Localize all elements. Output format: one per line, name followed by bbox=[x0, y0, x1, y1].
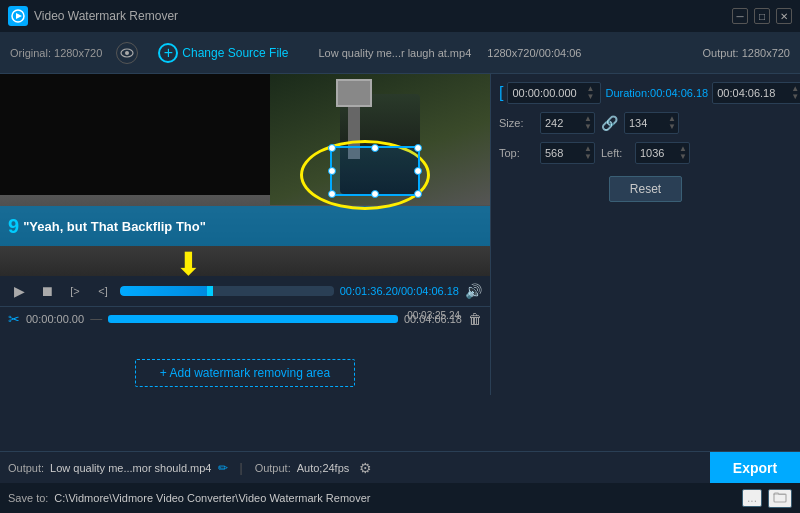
output-resolution-label: Output: 1280x720 bbox=[703, 47, 790, 59]
eye-icon[interactable] bbox=[116, 42, 138, 64]
svg-rect-4 bbox=[774, 494, 786, 502]
stop-button[interactable]: ⏹ bbox=[36, 280, 58, 302]
timeline-fill bbox=[120, 286, 210, 296]
width-spinners: ▲ ▼ bbox=[582, 115, 594, 131]
duration-label: Duration:00:04:06.18 bbox=[605, 87, 708, 99]
top-down[interactable]: ▼ bbox=[582, 153, 594, 161]
left-spinners: ▲ ▼ bbox=[677, 145, 689, 161]
gear-icon[interactable]: ⚙ bbox=[359, 460, 372, 476]
change-source-button[interactable]: + Change Source File bbox=[158, 43, 288, 63]
plus-circle-icon: + bbox=[158, 43, 178, 63]
handle-mid-right[interactable] bbox=[414, 167, 422, 175]
right-panel: [ ▲ ▼ Duration:00:04:06.18 ▲ ▼ ] bbox=[490, 74, 800, 395]
timeline-thumb[interactable] bbox=[207, 286, 213, 296]
output-settings-label: Output: bbox=[255, 462, 291, 474]
handle-top-left[interactable] bbox=[328, 144, 336, 152]
edit-icon[interactable]: ✏ bbox=[218, 461, 228, 475]
width-input[interactable] bbox=[545, 117, 580, 129]
clip-separator: — bbox=[90, 312, 102, 326]
trash-icon[interactable]: 🗑 bbox=[468, 311, 482, 327]
clip-end-button[interactable]: <] bbox=[92, 280, 114, 302]
window-controls: ─ □ ✕ bbox=[732, 8, 792, 24]
height-input-group: ▲ ▼ bbox=[624, 112, 679, 134]
handle-top-mid[interactable] bbox=[371, 144, 379, 152]
width-down[interactable]: ▼ bbox=[582, 123, 594, 131]
handle-bottom-right[interactable] bbox=[414, 190, 422, 198]
left-label: Left: bbox=[601, 147, 629, 159]
clip-start-button[interactable]: [> bbox=[64, 280, 86, 302]
subtitle-bar: 9 "Yeah, but That Backflip Tho" bbox=[0, 206, 490, 246]
time-range-row: [ ▲ ▼ Duration:00:04:06.18 ▲ ▼ ] bbox=[499, 82, 792, 104]
time-display: 00:01:36.20/00:04:06.18 bbox=[340, 285, 459, 297]
width-input-group: ▲ ▼ bbox=[540, 112, 595, 134]
open-folder-button[interactable] bbox=[768, 489, 792, 508]
close-button[interactable]: ✕ bbox=[776, 8, 792, 24]
clip-icon: ✂ bbox=[8, 311, 20, 327]
output-filename: Low quality me...mor should.mp4 bbox=[50, 462, 211, 474]
export-button[interactable]: Export bbox=[710, 452, 800, 483]
subtitle-number: 9 bbox=[8, 215, 19, 238]
link-icon[interactable]: 🔗 bbox=[601, 115, 618, 131]
left-panel: 9 "Yeah, but That Backflip Tho" bbox=[0, 74, 490, 395]
save-path: C:\Vidmore\Vidmore Video Converter\Video… bbox=[54, 492, 736, 504]
app-title: Video Watermark Remover bbox=[34, 9, 178, 23]
top-input-group: ▲ ▼ bbox=[540, 142, 595, 164]
browse-button[interactable]: ... bbox=[742, 489, 762, 507]
scene-background bbox=[0, 74, 294, 195]
time-end-spinners: ▲ ▼ bbox=[789, 85, 800, 101]
resolution-duration-label: 1280x720/00:04:06 bbox=[487, 47, 581, 59]
time-end-down[interactable]: ▼ bbox=[789, 93, 800, 101]
yellow-arrow: ⬇ bbox=[175, 248, 202, 280]
height-spinners: ▲ ▼ bbox=[666, 115, 678, 131]
size-row: Size: ▲ ▼ 🔗 ▲ ▼ bbox=[499, 112, 792, 134]
top-label: Top: bbox=[499, 147, 534, 159]
subtitle-text: "Yeah, but That Backflip Tho" bbox=[23, 219, 206, 234]
add-watermark-label: + Add watermark removing area bbox=[160, 366, 330, 380]
height-input[interactable] bbox=[629, 117, 664, 129]
bracket-left: [ bbox=[499, 84, 503, 102]
watermark-selection-box[interactable] bbox=[330, 146, 420, 196]
svg-marker-1 bbox=[16, 13, 22, 19]
handle-top-right[interactable] bbox=[414, 144, 422, 152]
output-settings-value: Auto;24fps bbox=[297, 462, 350, 474]
handle-bottom-mid[interactable] bbox=[371, 190, 379, 198]
handle-bottom-left[interactable] bbox=[328, 190, 336, 198]
time-start-input-group: ▲ ▼ bbox=[507, 82, 601, 104]
clip-start-time: 00:00:00.00 bbox=[26, 313, 84, 325]
output-label: Output: bbox=[8, 462, 44, 474]
handle-mid-left[interactable] bbox=[328, 167, 336, 175]
left-input[interactable] bbox=[640, 147, 675, 159]
volume-icon[interactable]: 🔊 bbox=[465, 283, 482, 299]
left-down[interactable]: ▼ bbox=[677, 153, 689, 161]
video-frame: 9 "Yeah, but That Backflip Tho" bbox=[0, 74, 490, 276]
svg-point-3 bbox=[125, 51, 129, 55]
save-bar: Save to: C:\Vidmore\Vidmore Video Conver… bbox=[0, 483, 800, 513]
bottom-bar: Output: Low quality me...mor should.mp4 … bbox=[0, 451, 800, 483]
title-bar: Video Watermark Remover ─ □ ✕ bbox=[0, 0, 800, 32]
add-watermark-area: + Add watermark removing area bbox=[0, 331, 490, 395]
time-end-input[interactable] bbox=[717, 87, 787, 99]
time-start-input[interactable] bbox=[512, 87, 582, 99]
position-row: Top: ▲ ▼ Left: ▲ ▼ bbox=[499, 142, 792, 164]
height-down[interactable]: ▼ bbox=[666, 123, 678, 131]
top-input[interactable] bbox=[545, 147, 580, 159]
reset-button[interactable]: Reset bbox=[609, 176, 682, 202]
change-source-label: Change Source File bbox=[182, 46, 288, 60]
timeline-track[interactable] bbox=[120, 286, 334, 296]
main-area: 9 "Yeah, but That Backflip Tho" bbox=[0, 74, 800, 395]
app-icon bbox=[8, 6, 28, 26]
original-resolution-label: Original: 1280x720 bbox=[10, 47, 102, 59]
add-watermark-button[interactable]: + Add watermark removing area bbox=[135, 359, 355, 387]
video-preview[interactable]: 9 "Yeah, but That Backflip Tho" bbox=[0, 74, 490, 276]
minimize-button[interactable]: ─ bbox=[732, 8, 748, 24]
file-name-label: Low quality me...r laugh at.mp4 bbox=[318, 47, 471, 59]
time-end-input-group: ▲ ▼ bbox=[712, 82, 800, 104]
clip-track[interactable] bbox=[108, 315, 398, 323]
size-label: Size: bbox=[499, 117, 534, 129]
time-start-down[interactable]: ▼ bbox=[584, 93, 596, 101]
maximize-button[interactable]: □ bbox=[754, 8, 770, 24]
time-start-spinners: ▲ ▼ bbox=[584, 85, 596, 101]
toolbar: Original: 1280x720 + Change Source File … bbox=[0, 32, 800, 74]
play-button[interactable]: ▶ bbox=[8, 280, 30, 302]
playback-controls: ▶ ⏹ [> <] 00:01:36.20/00:04:06.18 🔊 00:0… bbox=[0, 276, 490, 306]
